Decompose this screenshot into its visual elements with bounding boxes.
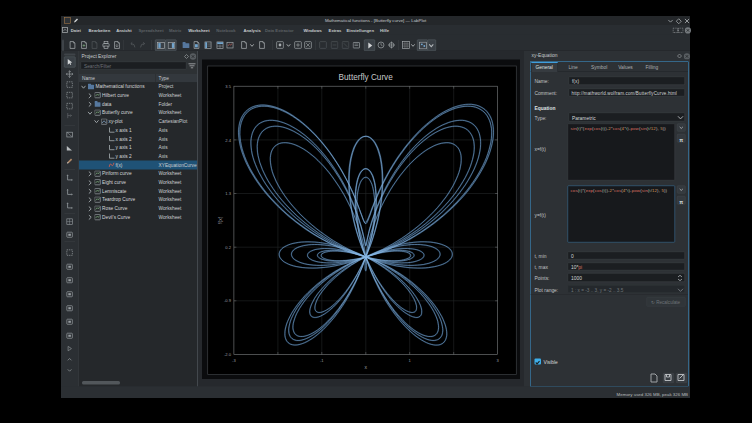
svg-text:Butterfly Curve: Butterfly Curve [339, 73, 394, 82]
svg-text:-0.9: -0.9 [224, 298, 232, 303]
svg-text:2.4: 2.4 [225, 138, 231, 143]
svg-text:0.2: 0.2 [225, 245, 231, 250]
svg-text:f(x): f(x) [218, 216, 224, 224]
svg-text:-2.0: -2.0 [224, 352, 232, 357]
svg-text:1.3: 1.3 [225, 191, 231, 196]
svg-text:3.5: 3.5 [225, 84, 231, 89]
